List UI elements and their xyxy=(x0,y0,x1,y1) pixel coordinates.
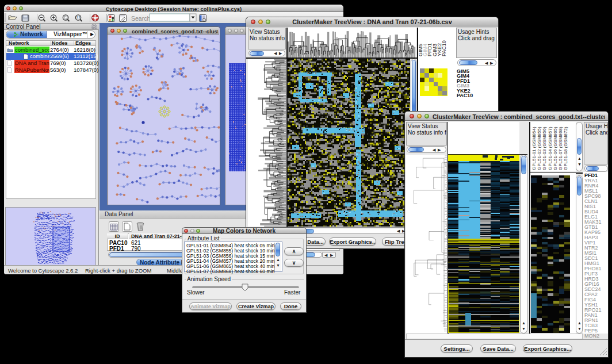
svg-text:1:1: 1:1 xyxy=(76,16,81,19)
svg-text:Search:: Search: xyxy=(131,15,152,22)
svg-text:GPL51-02 (GSM855): GPL51-02 (GSM855) xyxy=(537,127,542,170)
svg-text:GPL51-06 (GSM865): GPL51-06 (GSM865) xyxy=(552,127,557,170)
svg-text:GPL51-03 (GSM856): GPL51-03 (GSM856) xyxy=(542,127,547,170)
svg-text:PAC10: PAC10 xyxy=(441,40,447,56)
svg-text:GPL51-01 (GSM854): GPL51-01 (GSM854) xyxy=(531,127,537,170)
svg-text:GPL51-04 (GSM857): GPL51-04 (GSM857) xyxy=(547,127,552,170)
svg-text:GPL51-08 (GSM872): GPL51-08 (GSM872) xyxy=(563,127,568,170)
svg-text:GPL51-07 (GSM868): GPL51-07 (GSM868) xyxy=(558,127,563,170)
